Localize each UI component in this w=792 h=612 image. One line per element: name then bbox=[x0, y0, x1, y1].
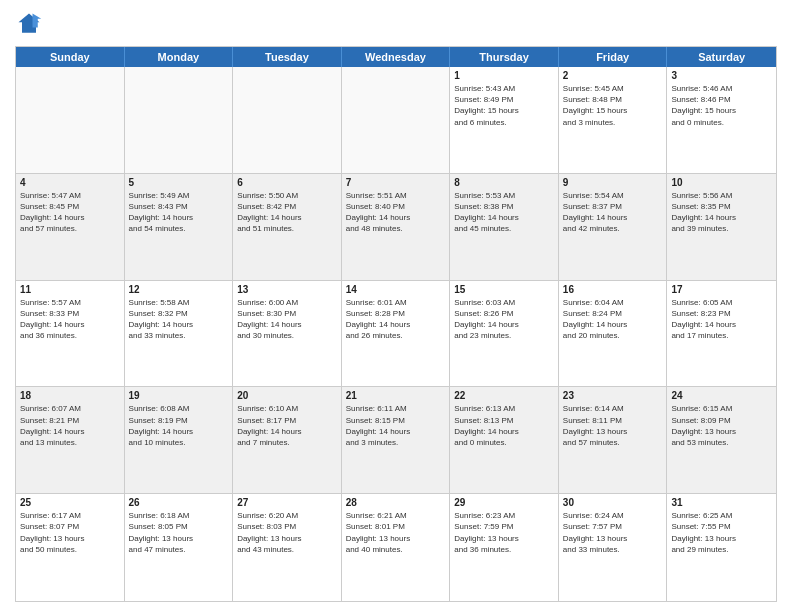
day-number: 12 bbox=[129, 284, 229, 295]
day-number: 20 bbox=[237, 390, 337, 401]
table-row: 30Sunrise: 6:24 AM Sunset: 7:57 PM Dayli… bbox=[559, 494, 668, 601]
day-info: Sunrise: 5:49 AM Sunset: 8:43 PM Dayligh… bbox=[129, 190, 229, 235]
day-number: 17 bbox=[671, 284, 772, 295]
day-info: Sunrise: 6:21 AM Sunset: 8:01 PM Dayligh… bbox=[346, 510, 446, 555]
table-row: 23Sunrise: 6:14 AM Sunset: 8:11 PM Dayli… bbox=[559, 387, 668, 493]
day-info: Sunrise: 5:57 AM Sunset: 8:33 PM Dayligh… bbox=[20, 297, 120, 342]
day-number: 6 bbox=[237, 177, 337, 188]
table-row: 15Sunrise: 6:03 AM Sunset: 8:26 PM Dayli… bbox=[450, 281, 559, 387]
day-info: Sunrise: 5:58 AM Sunset: 8:32 PM Dayligh… bbox=[129, 297, 229, 342]
day-info: Sunrise: 6:18 AM Sunset: 8:05 PM Dayligh… bbox=[129, 510, 229, 555]
day-number: 4 bbox=[20, 177, 120, 188]
day-number: 7 bbox=[346, 177, 446, 188]
header-day-friday: Friday bbox=[559, 47, 668, 67]
day-info: Sunrise: 6:04 AM Sunset: 8:24 PM Dayligh… bbox=[563, 297, 663, 342]
table-row: 5Sunrise: 5:49 AM Sunset: 8:43 PM Daylig… bbox=[125, 174, 234, 280]
header-day-wednesday: Wednesday bbox=[342, 47, 451, 67]
svg-marker-1 bbox=[33, 14, 42, 28]
day-info: Sunrise: 6:17 AM Sunset: 8:07 PM Dayligh… bbox=[20, 510, 120, 555]
day-number: 14 bbox=[346, 284, 446, 295]
calendar-header: SundayMondayTuesdayWednesdayThursdayFrid… bbox=[16, 47, 776, 67]
day-info: Sunrise: 5:47 AM Sunset: 8:45 PM Dayligh… bbox=[20, 190, 120, 235]
header bbox=[15, 10, 777, 38]
table-row: 22Sunrise: 6:13 AM Sunset: 8:13 PM Dayli… bbox=[450, 387, 559, 493]
day-info: Sunrise: 6:05 AM Sunset: 8:23 PM Dayligh… bbox=[671, 297, 772, 342]
logo bbox=[15, 10, 47, 38]
day-info: Sunrise: 5:54 AM Sunset: 8:37 PM Dayligh… bbox=[563, 190, 663, 235]
day-info: Sunrise: 6:15 AM Sunset: 8:09 PM Dayligh… bbox=[671, 403, 772, 448]
table-row: 1Sunrise: 5:43 AM Sunset: 8:49 PM Daylig… bbox=[450, 67, 559, 173]
table-row: 12Sunrise: 5:58 AM Sunset: 8:32 PM Dayli… bbox=[125, 281, 234, 387]
week-row-4: 18Sunrise: 6:07 AM Sunset: 8:21 PM Dayli… bbox=[16, 387, 776, 494]
day-info: Sunrise: 6:07 AM Sunset: 8:21 PM Dayligh… bbox=[20, 403, 120, 448]
header-day-thursday: Thursday bbox=[450, 47, 559, 67]
day-number: 30 bbox=[563, 497, 663, 508]
table-row: 3Sunrise: 5:46 AM Sunset: 8:46 PM Daylig… bbox=[667, 67, 776, 173]
day-number: 3 bbox=[671, 70, 772, 81]
day-number: 28 bbox=[346, 497, 446, 508]
day-number: 31 bbox=[671, 497, 772, 508]
day-info: Sunrise: 6:00 AM Sunset: 8:30 PM Dayligh… bbox=[237, 297, 337, 342]
table-row: 17Sunrise: 6:05 AM Sunset: 8:23 PM Dayli… bbox=[667, 281, 776, 387]
day-info: Sunrise: 6:03 AM Sunset: 8:26 PM Dayligh… bbox=[454, 297, 554, 342]
table-row: 10Sunrise: 5:56 AM Sunset: 8:35 PM Dayli… bbox=[667, 174, 776, 280]
week-row-3: 11Sunrise: 5:57 AM Sunset: 8:33 PM Dayli… bbox=[16, 281, 776, 388]
day-info: Sunrise: 5:43 AM Sunset: 8:49 PM Dayligh… bbox=[454, 83, 554, 128]
day-number: 8 bbox=[454, 177, 554, 188]
day-number: 1 bbox=[454, 70, 554, 81]
day-number: 27 bbox=[237, 497, 337, 508]
week-row-1: 1Sunrise: 5:43 AM Sunset: 8:49 PM Daylig… bbox=[16, 67, 776, 174]
calendar-body: 1Sunrise: 5:43 AM Sunset: 8:49 PM Daylig… bbox=[16, 67, 776, 601]
day-number: 13 bbox=[237, 284, 337, 295]
table-row: 26Sunrise: 6:18 AM Sunset: 8:05 PM Dayli… bbox=[125, 494, 234, 601]
day-info: Sunrise: 5:51 AM Sunset: 8:40 PM Dayligh… bbox=[346, 190, 446, 235]
day-info: Sunrise: 6:08 AM Sunset: 8:19 PM Dayligh… bbox=[129, 403, 229, 448]
table-row: 13Sunrise: 6:00 AM Sunset: 8:30 PM Dayli… bbox=[233, 281, 342, 387]
day-info: Sunrise: 6:01 AM Sunset: 8:28 PM Dayligh… bbox=[346, 297, 446, 342]
table-row: 19Sunrise: 6:08 AM Sunset: 8:19 PM Dayli… bbox=[125, 387, 234, 493]
day-number: 19 bbox=[129, 390, 229, 401]
table-row: 29Sunrise: 6:23 AM Sunset: 7:59 PM Dayli… bbox=[450, 494, 559, 601]
week-row-2: 4Sunrise: 5:47 AM Sunset: 8:45 PM Daylig… bbox=[16, 174, 776, 281]
day-number: 25 bbox=[20, 497, 120, 508]
day-number: 26 bbox=[129, 497, 229, 508]
day-number: 18 bbox=[20, 390, 120, 401]
table-row: 11Sunrise: 5:57 AM Sunset: 8:33 PM Dayli… bbox=[16, 281, 125, 387]
day-number: 15 bbox=[454, 284, 554, 295]
day-info: Sunrise: 5:46 AM Sunset: 8:46 PM Dayligh… bbox=[671, 83, 772, 128]
day-info: Sunrise: 6:20 AM Sunset: 8:03 PM Dayligh… bbox=[237, 510, 337, 555]
table-row: 7Sunrise: 5:51 AM Sunset: 8:40 PM Daylig… bbox=[342, 174, 451, 280]
table-row bbox=[342, 67, 451, 173]
header-day-saturday: Saturday bbox=[667, 47, 776, 67]
logo-icon bbox=[15, 10, 43, 38]
day-number: 23 bbox=[563, 390, 663, 401]
table-row: 31Sunrise: 6:25 AM Sunset: 7:55 PM Dayli… bbox=[667, 494, 776, 601]
day-number: 22 bbox=[454, 390, 554, 401]
week-row-5: 25Sunrise: 6:17 AM Sunset: 8:07 PM Dayli… bbox=[16, 494, 776, 601]
day-number: 11 bbox=[20, 284, 120, 295]
day-info: Sunrise: 6:24 AM Sunset: 7:57 PM Dayligh… bbox=[563, 510, 663, 555]
header-day-tuesday: Tuesday bbox=[233, 47, 342, 67]
table-row: 4Sunrise: 5:47 AM Sunset: 8:45 PM Daylig… bbox=[16, 174, 125, 280]
table-row bbox=[125, 67, 234, 173]
table-row: 9Sunrise: 5:54 AM Sunset: 8:37 PM Daylig… bbox=[559, 174, 668, 280]
day-info: Sunrise: 6:14 AM Sunset: 8:11 PM Dayligh… bbox=[563, 403, 663, 448]
table-row: 27Sunrise: 6:20 AM Sunset: 8:03 PM Dayli… bbox=[233, 494, 342, 601]
day-info: Sunrise: 5:50 AM Sunset: 8:42 PM Dayligh… bbox=[237, 190, 337, 235]
day-number: 5 bbox=[129, 177, 229, 188]
header-day-monday: Monday bbox=[125, 47, 234, 67]
table-row: 21Sunrise: 6:11 AM Sunset: 8:15 PM Dayli… bbox=[342, 387, 451, 493]
table-row: 14Sunrise: 6:01 AM Sunset: 8:28 PM Dayli… bbox=[342, 281, 451, 387]
day-info: Sunrise: 6:13 AM Sunset: 8:13 PM Dayligh… bbox=[454, 403, 554, 448]
header-day-sunday: Sunday bbox=[16, 47, 125, 67]
table-row: 20Sunrise: 6:10 AM Sunset: 8:17 PM Dayli… bbox=[233, 387, 342, 493]
table-row: 8Sunrise: 5:53 AM Sunset: 8:38 PM Daylig… bbox=[450, 174, 559, 280]
day-number: 10 bbox=[671, 177, 772, 188]
day-info: Sunrise: 6:10 AM Sunset: 8:17 PM Dayligh… bbox=[237, 403, 337, 448]
day-number: 29 bbox=[454, 497, 554, 508]
table-row: 25Sunrise: 6:17 AM Sunset: 8:07 PM Dayli… bbox=[16, 494, 125, 601]
day-info: Sunrise: 6:11 AM Sunset: 8:15 PM Dayligh… bbox=[346, 403, 446, 448]
day-number: 24 bbox=[671, 390, 772, 401]
table-row: 16Sunrise: 6:04 AM Sunset: 8:24 PM Dayli… bbox=[559, 281, 668, 387]
table-row: 6Sunrise: 5:50 AM Sunset: 8:42 PM Daylig… bbox=[233, 174, 342, 280]
